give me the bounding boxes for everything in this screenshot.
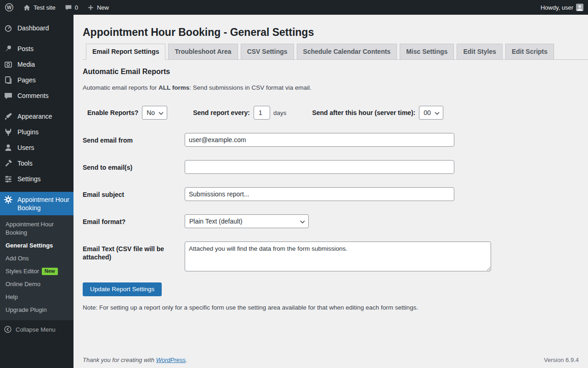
wordpress-link[interactable]: WordPress	[156, 356, 186, 363]
thanks-prefix: Thank you for creating with	[83, 356, 156, 363]
email-subject-row: Email subject	[83, 187, 579, 201]
comments-link[interactable]: 0	[60, 0, 83, 15]
sidebar-item-label: Appearance	[17, 112, 52, 121]
report-every-input[interactable]	[254, 106, 270, 120]
chevron-down-icon	[158, 112, 164, 115]
sidebar-item-pages[interactable]: Pages	[0, 72, 74, 88]
sidebar-item-tools[interactable]: Tools	[0, 155, 74, 171]
avatar	[576, 4, 583, 11]
send-after-hour-label: Send after this hour (server time):	[312, 109, 415, 116]
comments-count: 0	[75, 4, 78, 11]
plugin-submenu: Appointment Hour Booking General Setting…	[0, 215, 74, 320]
send-email-from-label: Send email from	[83, 133, 185, 147]
comments-icon	[4, 91, 13, 100]
email-format-value: Plain Text (default)	[189, 218, 243, 225]
tab-schedule-calendar-contents[interactable]: Schedule Calendar Contents	[297, 44, 397, 60]
intro-prefix: Automatic email reports for	[83, 84, 158, 91]
thanks-suffix: .	[186, 356, 187, 363]
note-text: Note: For setting up a report only for a…	[83, 304, 579, 312]
new-badge: New	[42, 268, 58, 275]
appearance-icon	[4, 112, 13, 121]
submenu-item-label: General Settings	[6, 242, 53, 249]
report-schedule-row: Enable Reports? No Send report every: da…	[83, 106, 579, 120]
email-format-select[interactable]: Plain Text (default)	[185, 214, 309, 228]
submenu-item-help[interactable]: Help	[0, 291, 74, 304]
tab-csv-settings[interactable]: CSV Settings	[241, 44, 294, 60]
posts-icon	[4, 44, 13, 53]
plugins-icon	[4, 127, 13, 137]
pages-icon	[4, 75, 13, 85]
wordpress-logo-icon: W	[5, 3, 14, 12]
submenu-item-label: Upgrade Plugin	[6, 306, 47, 313]
sidebar-item-users[interactable]: Users	[0, 140, 74, 155]
new-content-link[interactable]: New	[83, 0, 113, 15]
sidebar-item-posts[interactable]: Posts	[0, 41, 74, 57]
plus-icon	[87, 4, 94, 11]
enable-reports-select[interactable]: No	[142, 106, 167, 120]
page-title: Appointment Hour Booking - General Setti…	[83, 21, 579, 41]
enable-reports-label: Enable Reports?	[87, 109, 138, 116]
email-format-label: Email format?	[83, 214, 185, 228]
howdy-label: Howdy, user	[541, 4, 573, 11]
tab-troubleshoot-area[interactable]: Troubleshoot Area	[168, 44, 237, 60]
submenu-item-add-ons[interactable]: Add Ons	[0, 252, 74, 265]
sidebar-item-settings[interactable]: Settings	[0, 171, 74, 187]
dashboard-icon	[4, 23, 13, 33]
tools-icon	[4, 159, 13, 168]
media-icon	[4, 60, 13, 69]
sidebar-item-label: Settings	[17, 174, 41, 183]
update-report-settings-button[interactable]: Update Report Settings	[83, 282, 162, 296]
report-every-label: Send report every:	[193, 109, 250, 116]
sidebar-item-comments[interactable]: Comments	[0, 88, 74, 104]
wordpress-logo-button[interactable]: W	[0, 0, 18, 15]
users-icon	[4, 143, 13, 152]
new-label: New	[97, 4, 109, 11]
submenu-item-label: Styles Editor	[6, 268, 39, 275]
svg-text:W: W	[7, 5, 11, 10]
sidebar-item-label: Dashboard	[17, 23, 49, 32]
sidebar-item-label: Plugins	[17, 127, 39, 136]
sidebar-item-appointment-hour-booking[interactable]: Appointment Hour Booking	[0, 192, 74, 215]
submenu-item-styles-editor[interactable]: Styles EditorNew	[0, 265, 74, 278]
submenu-item-upgrade-plugin[interactable]: Upgrade Plugin	[0, 304, 74, 316]
collapse-menu-label: Collapse Menu	[16, 326, 56, 333]
tab-edit-styles[interactable]: Edit Styles	[457, 44, 503, 60]
home-icon	[23, 4, 31, 12]
main-content: Appointment Hour Booking - General Setti…	[74, 0, 588, 368]
footer: Thank you for creating with WordPress. V…	[83, 356, 579, 363]
submenu-item-label: Online Demo	[6, 281, 40, 288]
tab-email-report-settings[interactable]: Email Report Settings	[86, 44, 165, 60]
email-format-row: Email format? Plain Text (default)	[83, 214, 579, 228]
submenu-item-label: Help	[6, 293, 18, 300]
sidebar-item-plugins[interactable]: Plugins	[0, 124, 74, 140]
tab-edit-scripts[interactable]: Edit Scripts	[505, 44, 554, 60]
email-subject-input[interactable]	[185, 187, 454, 201]
collapse-icon	[4, 325, 12, 334]
email-text-label: Email Text (CSV file will be attached)	[83, 242, 185, 271]
send-to-emails-input[interactable]	[185, 160, 454, 174]
submenu-item-label: Appointment Hour Booking	[6, 221, 54, 236]
admin-bar: W Test site 0 New Howdy, user	[0, 0, 588, 15]
collapse-menu-button[interactable]: Collapse Menu	[0, 322, 74, 337]
email-text-textarea[interactable]: Attached you will find the data from the…	[185, 242, 491, 271]
email-text-row: Email Text (CSV file will be attached) A…	[83, 242, 579, 271]
send-after-hour-select[interactable]: 00	[419, 106, 443, 120]
section-title: Automatic Email Reports	[83, 67, 579, 76]
account-menu[interactable]: Howdy, user	[536, 0, 588, 15]
settings-icon	[4, 174, 13, 184]
sidebar-item-label: Users	[17, 143, 34, 152]
intro-text: Automatic email reports for ALL forms: S…	[83, 84, 579, 92]
sidebar-item-appearance[interactable]: Appearance	[0, 109, 74, 124]
submenu-item-appointment-hour-booking[interactable]: Appointment Hour Booking	[0, 218, 74, 239]
send-to-emails-label: Send to email(s)	[83, 160, 185, 174]
send-email-from-input[interactable]	[185, 133, 454, 147]
tab-misc-settings[interactable]: Misc Settings	[400, 44, 454, 60]
sidebar-item-media[interactable]: Media	[0, 57, 74, 72]
site-name-link[interactable]: Test site	[18, 0, 60, 15]
submenu-item-online-demo[interactable]: Online Demo	[0, 278, 74, 291]
chevron-down-icon	[300, 220, 305, 224]
sidebar-item-label: Appointment Hour Booking	[17, 195, 70, 212]
sidebar-item-label: Media	[17, 60, 35, 69]
submenu-item-general-settings[interactable]: General Settings	[0, 239, 74, 252]
sidebar-item-dashboard[interactable]: Dashboard	[0, 20, 74, 36]
